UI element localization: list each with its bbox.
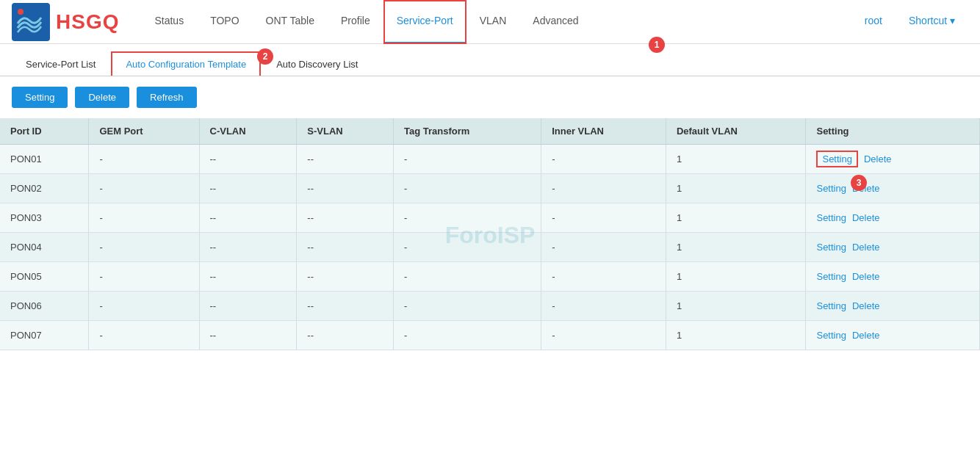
setting-action-link[interactable]: Setting (816, 271, 846, 282)
col-s-vlan: S-VLAN (297, 118, 394, 145)
col-default-vlan: Default VLAN (666, 118, 806, 145)
cell-tag-transform: - (393, 292, 541, 321)
setting-action-link[interactable]: Setting (816, 242, 846, 253)
cell-tag-transform: - (393, 145, 541, 174)
nav-item-status[interactable]: Status (141, 0, 197, 44)
cell-actions: SettingDelete (806, 233, 980, 262)
nav-links: Status TOPO ONT Table Profile Service-Po… (141, 0, 968, 44)
cell-default-vlan: 1 (666, 174, 806, 203)
tabs-row: Service-Port List Auto Configuration Tem… (0, 44, 980, 76)
cell-c-vlan: -- (199, 203, 297, 233)
toolbar: Setting Delete Refresh (0, 76, 980, 118)
setting-action-link[interactable]: Setting (816, 300, 846, 311)
badge-2: 2 (257, 48, 273, 65)
setting-action-link[interactable]: Setting (816, 183, 846, 194)
cell-c-vlan: -- (199, 292, 297, 321)
cell-gem-port: - (89, 174, 199, 203)
tab-auto-discovery-list[interactable]: Auto Discovery List (262, 52, 372, 76)
cell-actions: SettingDelete (806, 174, 980, 203)
cell-tag-transform: - (393, 233, 541, 262)
cell-default-vlan: 1 (666, 145, 806, 174)
cell-port-id: PON01 (0, 145, 89, 174)
cell-actions: SettingDelete (806, 321, 980, 350)
cell-c-vlan: -- (199, 321, 297, 350)
nav-item-profile[interactable]: Profile (328, 0, 383, 44)
cell-s-vlan: -- (297, 145, 394, 174)
cell-gem-port: - (89, 292, 199, 321)
cell-inner-vlan: - (541, 233, 666, 262)
cell-port-id: PON03 (0, 203, 89, 233)
cell-inner-vlan: - (541, 321, 666, 350)
cell-gem-port: - (89, 233, 199, 262)
cell-default-vlan: 1 (666, 321, 806, 350)
cell-port-id: PON06 (0, 292, 89, 321)
cell-s-vlan: -- (297, 262, 394, 292)
logo-text: HSGQ (56, 10, 119, 34)
table-row: PON05-------1SettingDelete (0, 262, 980, 292)
col-gem-port: GEM Port (89, 118, 199, 145)
delete-action-link[interactable]: Delete (864, 153, 892, 164)
cell-port-id: PON02 (0, 174, 89, 203)
cell-actions: SettingDelete (806, 262, 980, 292)
col-setting: Setting (806, 118, 980, 145)
cell-port-id: PON05 (0, 262, 89, 292)
nav-item-service-port[interactable]: Service-Port (383, 0, 466, 44)
delete-action-link[interactable]: Delete (852, 212, 880, 223)
cell-port-id: PON07 (0, 321, 89, 350)
delete-button[interactable]: Delete (75, 87, 129, 108)
cell-inner-vlan: - (541, 292, 666, 321)
cell-c-vlan: -- (199, 233, 297, 262)
tab-auto-config-template[interactable]: Auto Configuration Template (111, 51, 261, 76)
col-inner-vlan: Inner VLAN (541, 118, 666, 145)
cell-gem-port: - (89, 262, 199, 292)
cell-port-id: PON04 (0, 233, 89, 262)
table-row: PON01-------1SettingDelete (0, 145, 980, 174)
cell-actions: SettingDelete (806, 145, 980, 174)
cell-s-vlan: -- (297, 321, 394, 350)
cell-s-vlan: -- (297, 292, 394, 321)
refresh-button[interactable]: Refresh (137, 87, 197, 108)
delete-action-link[interactable]: Delete (852, 242, 880, 253)
svg-point-1 (18, 9, 24, 15)
delete-action-link[interactable]: Delete (852, 300, 880, 311)
nav-item-root[interactable]: root (851, 0, 896, 44)
cell-inner-vlan: - (541, 145, 666, 174)
cell-default-vlan: 1 (666, 292, 806, 321)
cell-tag-transform: - (393, 203, 541, 233)
table-row: PON02-------1SettingDelete (0, 174, 980, 203)
setting-action-link[interactable]: Setting (816, 212, 846, 223)
cell-gem-port: - (89, 321, 199, 350)
nav-item-advanced[interactable]: Advanced (519, 0, 591, 44)
nav-item-vlan[interactable]: VLAN (466, 0, 520, 44)
table-row: PON07-------1SettingDelete (0, 321, 980, 350)
cell-c-vlan: -- (199, 174, 297, 203)
setting-action-link[interactable]: Setting (816, 330, 846, 341)
cell-s-vlan: -- (297, 233, 394, 262)
table-row: PON03-------1SettingDelete (0, 203, 980, 233)
cell-inner-vlan: - (541, 262, 666, 292)
cell-c-vlan: -- (199, 145, 297, 174)
setting-button[interactable]: Setting (12, 87, 68, 108)
nav-item-shortcut[interactable]: Shortcut ▾ (896, 0, 968, 44)
badge-1: 1 (649, 37, 665, 53)
setting-action-link[interactable]: Setting (816, 151, 857, 167)
col-port-id: Port ID (0, 118, 89, 145)
tab-service-port-list[interactable]: Service-Port List (12, 52, 109, 76)
col-c-vlan: C-VLAN (199, 118, 297, 145)
cell-tag-transform: - (393, 321, 541, 350)
cell-inner-vlan: - (541, 203, 666, 233)
delete-action-link[interactable]: Delete (852, 271, 880, 282)
cell-actions: SettingDelete (806, 292, 980, 321)
cell-c-vlan: -- (199, 262, 297, 292)
cell-s-vlan: -- (297, 203, 394, 233)
nav-item-topo[interactable]: TOPO (197, 0, 252, 44)
data-table: Port ID GEM Port C-VLAN S-VLAN Tag Trans… (0, 118, 980, 350)
cell-gem-port: - (89, 145, 199, 174)
cell-tag-transform: - (393, 262, 541, 292)
nav-item-ont-table[interactable]: ONT Table (253, 0, 328, 44)
navbar: HSGQ Status TOPO ONT Table Profile Servi… (0, 0, 980, 44)
delete-action-link[interactable]: Delete (852, 330, 880, 341)
logo-area: HSGQ (12, 3, 119, 41)
cell-s-vlan: -- (297, 174, 394, 203)
logo-icon (12, 3, 50, 41)
